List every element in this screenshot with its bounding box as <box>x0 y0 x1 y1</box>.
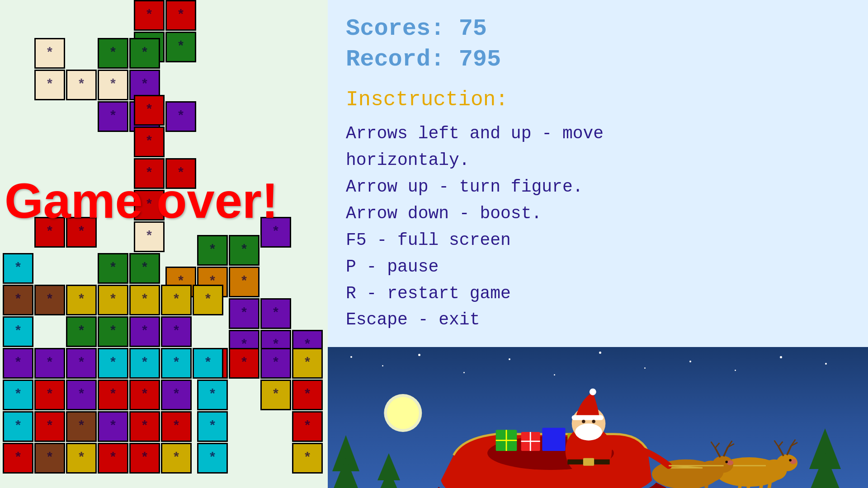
svg-line-6 <box>778 442 783 447</box>
block <box>229 267 259 297</box>
scores-display: Scores: 75 <box>346 14 850 44</box>
santa-scene <box>364 388 839 488</box>
svg-line-7 <box>787 446 791 455</box>
instruction-line-6: P - pause <box>346 257 439 277</box>
star <box>382 365 383 366</box>
block <box>66 380 97 410</box>
block <box>197 235 228 266</box>
star <box>599 352 601 354</box>
block <box>161 285 192 315</box>
block <box>165 101 196 132</box>
block <box>98 443 128 474</box>
block <box>292 411 323 442</box>
star <box>463 372 465 373</box>
block <box>260 298 291 329</box>
block <box>3 380 33 410</box>
block <box>98 380 128 410</box>
block <box>161 316 192 347</box>
block <box>129 316 160 347</box>
game-board: Game over! <box>0 0 328 488</box>
block <box>161 348 192 379</box>
block <box>197 380 228 410</box>
block <box>129 38 160 69</box>
block <box>66 411 97 442</box>
instruction-line-1: Arrows left and up - move <box>346 124 604 143</box>
block <box>165 32 196 62</box>
block <box>98 101 128 132</box>
svg-point-46 <box>582 420 585 423</box>
instruction-line-8: Escape - exit <box>346 310 480 329</box>
instruction-line-5: F5 - full screen <box>346 230 511 250</box>
block <box>98 411 128 442</box>
star <box>644 367 646 369</box>
block <box>129 443 160 474</box>
scores-section: Scores: 75 Record: 795 <box>346 14 850 75</box>
block <box>165 0 196 31</box>
svg-line-13 <box>768 483 770 488</box>
block <box>3 443 33 474</box>
svg-rect-50 <box>583 458 594 466</box>
star <box>509 358 510 360</box>
block <box>34 348 65 379</box>
svg-point-44 <box>590 389 596 395</box>
block <box>34 285 65 315</box>
block <box>3 348 33 379</box>
svg-line-5 <box>774 441 778 447</box>
tree <box>328 435 364 488</box>
svg-line-10 <box>738 483 741 488</box>
block <box>34 70 65 100</box>
block <box>3 316 33 347</box>
block <box>229 348 259 379</box>
block <box>34 380 65 410</box>
svg-point-54 <box>387 397 419 429</box>
block <box>66 443 97 474</box>
block <box>134 95 165 126</box>
svg-line-21 <box>711 442 715 448</box>
star <box>689 361 691 362</box>
christmas-panel <box>328 347 868 488</box>
block <box>129 253 160 284</box>
svg-point-30 <box>725 461 728 464</box>
star <box>350 356 352 358</box>
block <box>129 411 160 442</box>
record-display: Record: 795 <box>346 44 850 75</box>
star <box>554 374 555 375</box>
right-panel: Scores: 75 Record: 795 Insctruction: Arr… <box>328 0 868 488</box>
instruction-text: Arrows left and up - move horizontaly. A… <box>346 121 850 333</box>
block <box>66 70 97 100</box>
instruction-line-4: Arrow down - boost. <box>346 204 542 223</box>
block <box>193 348 223 379</box>
block <box>260 348 291 379</box>
svg-point-14 <box>789 459 792 462</box>
block <box>129 285 160 315</box>
svg-point-19 <box>726 460 733 465</box>
block <box>98 316 128 347</box>
block <box>3 411 33 442</box>
star <box>780 356 782 358</box>
block <box>193 285 223 315</box>
block <box>66 285 97 315</box>
game-over-label: Game over! <box>5 172 278 229</box>
svg-line-11 <box>747 484 749 488</box>
block <box>98 38 128 69</box>
block <box>66 348 97 379</box>
star <box>825 363 827 365</box>
block <box>161 380 192 410</box>
svg-line-12 <box>760 484 762 488</box>
block <box>161 443 192 474</box>
block <box>260 380 291 410</box>
block <box>134 127 165 157</box>
block <box>34 411 65 442</box>
block <box>292 348 323 379</box>
block <box>292 443 323 474</box>
block <box>98 285 128 315</box>
svg-line-23 <box>724 447 728 457</box>
block <box>129 348 160 379</box>
svg-rect-43 <box>572 415 604 420</box>
block <box>229 298 259 329</box>
block <box>98 348 128 379</box>
svg-line-22 <box>715 443 719 448</box>
block <box>98 70 128 100</box>
instruction-title: Insctruction: <box>346 88 850 112</box>
block <box>134 0 165 31</box>
